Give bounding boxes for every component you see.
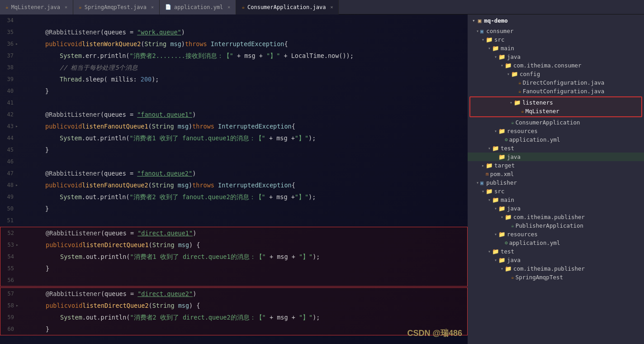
tree-item-listeners[interactable]: ▾ 📁 listeners (470, 98, 641, 107)
tree-item-label: java (507, 153, 521, 160)
editor-area[interactable]: 34 35 @RabbitListener(queues = "work.que… (0, 14, 468, 344)
table-row: 47 @RabbitListener(queues = "fanout.queu… (0, 167, 468, 179)
fold-icon[interactable]: ▸ (15, 179, 18, 191)
tree-item-label: test (501, 145, 514, 152)
chevron-down-icon: ▾ (487, 197, 492, 202)
fold-icon[interactable]: ▸ (16, 300, 19, 311)
line-content: } (28, 323, 467, 335)
tab-applicationyml[interactable]: 📄 application.yml ✕ (160, 0, 236, 14)
folder-icon: 📁 (511, 71, 518, 77)
fold-icon[interactable]: ▸ (16, 239, 19, 251)
tree-item-springamqptest[interactable]: ☕ SpringAmqpTest (468, 273, 644, 282)
chevron-down-icon: ▾ (487, 249, 492, 254)
tree-item-publisher-java[interactable]: ▾ 📁 java (468, 204, 644, 213)
tree-item-label: SpringAmqpTest (516, 274, 563, 281)
line-content: System.out.println("消费者1 收到了 direct.queu… (28, 251, 467, 263)
table-row: 54 System.out.println("消费者1 收到了 direct.q… (0, 251, 467, 263)
tree-item-label: publisher (486, 179, 517, 186)
tab-close-icon[interactable]: ✕ (227, 5, 230, 10)
table-row: 41 (0, 97, 468, 109)
tab-consumerapplication[interactable]: ☕ ConsumerApplication.java ✕ (236, 0, 339, 14)
tree-item-publisher-main[interactable]: ▾ 📁 main (468, 196, 644, 204)
chevron-down-icon: ▾ (480, 189, 486, 194)
line-gutter: 40 (0, 85, 27, 97)
table-row: 38 // 相当于每秒处理5个消息 (0, 62, 468, 73)
table-row: 52 @RabbitListener(queues = "direct.queu… (0, 227, 467, 239)
tree-item-config[interactable]: ▾ 📁 config (468, 70, 644, 78)
chevron-down-icon: ▾ (508, 100, 514, 105)
line-gutter: 43 ▸ (0, 120, 27, 132)
line-gutter: 36 ▸ (0, 38, 27, 50)
tree-item-label: listeners (522, 99, 553, 106)
java-file-icon: ☕ (518, 80, 521, 86)
tree-item-label: FanoutConfiguration.java (523, 88, 605, 95)
java-file-icon: ☕ (511, 119, 514, 125)
tree-item-publisher-src[interactable]: ▾ 📁 src (468, 187, 644, 196)
tree-item-publisher-test-package[interactable]: ▾ 📁 com.itheima.publisher (468, 264, 644, 273)
folder-icon: 📁 (498, 257, 506, 263)
tree-item-publisher-test-java[interactable]: ▾ 📁 java (468, 256, 644, 264)
table-row: 45 } (0, 144, 468, 156)
table-row: 43 ▸ public void listenFanoutQueue1(Stri… (0, 120, 468, 132)
fold-icon[interactable]: ▸ (15, 38, 18, 50)
tab-close-icon[interactable]: ✕ (330, 5, 333, 10)
tree-item-label: main (501, 45, 514, 52)
table-row: 44 System.out.println("消费者1 收到了 fanout.q… (0, 132, 468, 144)
tree-item-publisherapplication[interactable]: ☕ PublisherApplication (468, 221, 644, 230)
tree-item-main[interactable]: ▾ 📁 main (468, 44, 644, 53)
tree-item-publisher-resources[interactable]: ▾ 📁 resources (468, 230, 644, 239)
chevron-down-icon: ▾ (475, 180, 480, 185)
chevron-down-icon: ▾ (499, 63, 505, 68)
tree-item-java-test[interactable]: 📁 java (468, 153, 644, 161)
tree-item-package-consumer[interactable]: ▾ 📁 com.itheima.consumer (468, 61, 644, 70)
table-row: 49 System.out.println("消费者2 收到了 fanout.q… (0, 191, 468, 203)
line-gutter: 59 (0, 311, 28, 323)
tree-item-publisher[interactable]: ▾ ▣ publisher (468, 178, 644, 187)
tree-item-mqlistener[interactable]: ☕ MqListener (470, 107, 641, 115)
tree-item-label: MqListener (526, 108, 559, 115)
table-row: 51 (0, 215, 468, 226)
module-icon: ▣ (478, 17, 482, 24)
highlighted-block-lower: 57 @RabbitListener(queues = "direct.queu… (0, 287, 468, 335)
table-row: 53 ▸ public void listenDirectQueue1(Stri… (0, 239, 467, 251)
tree-item-consumer[interactable]: ▾ ▣ consumer (468, 27, 644, 35)
code-container: 34 35 @RabbitListener(queues = "work.que… (0, 14, 468, 344)
folder-icon: 📁 (492, 248, 499, 255)
yaml-file-icon: ⚙ (505, 137, 508, 143)
line-gutter: 52 (0, 227, 28, 239)
tree-item-label: config (520, 71, 540, 77)
tree-item-publisher-test[interactable]: ▾ 📁 test (468, 247, 644, 256)
tree-item-test-consumer[interactable]: ▾ 📁 test (468, 144, 644, 153)
expand-icon: ▾ (472, 18, 475, 24)
tab-close-icon[interactable]: ✕ (151, 5, 154, 10)
line-gutter: 55 (0, 263, 28, 274)
line-content: Thread.sleep( millis: 200); (27, 73, 468, 85)
tab-close-icon[interactable]: ✕ (65, 5, 67, 10)
tree-item-java[interactable]: ▾ 📁 java (468, 53, 644, 61)
chevron-down-icon: ▾ (493, 258, 498, 263)
tree-item-directconfig[interactable]: ☕ DirectConfiguration.java (468, 78, 644, 87)
line-content (27, 215, 468, 226)
tree-item-applicationyml-consumer[interactable]: ⚙ application.yml (468, 135, 644, 144)
tree-item-fanoutconfig[interactable]: ☕ FanoutConfiguration.java (468, 87, 644, 96)
tab-springamqptest[interactable]: ☕ SpringAmqpTest.java ✕ (73, 0, 160, 14)
line-content: @RabbitListener(queues = "work.queue") (27, 26, 468, 38)
tree-item-label: DirectConfiguration.java (523, 79, 605, 86)
fold-icon[interactable]: ▸ (15, 120, 18, 132)
tab-label: application.yml (174, 4, 223, 10)
tree-item-label: java (507, 205, 521, 212)
table-row: 40 } (0, 85, 468, 97)
tab-mqlistener[interactable]: ☕ MqListener.java ✕ (0, 0, 73, 14)
table-row: 59 System.out.println("消费者2 收到了 direct.q… (0, 311, 467, 323)
tree-item-src[interactable]: ▾ 📁 src (468, 35, 644, 44)
tree-root-label: mq-demo (484, 17, 508, 24)
tree-item-label: src (494, 36, 505, 43)
tree-item-target[interactable]: ▸ 📁 target (468, 161, 644, 170)
tree-item-consumerapplication[interactable]: ☕ ConsumerApplication (468, 118, 644, 127)
line-content: public void listenFanoutQueue1(String ms… (27, 120, 468, 132)
tree-item-publisher-applicationyml[interactable]: ⚙ application.yml (468, 239, 644, 247)
tree-item-publisher-package[interactable]: ▾ 📁 com.itheima.publisher (468, 213, 644, 221)
tree-item-resources[interactable]: ▾ 📁 resources (468, 127, 644, 135)
tree-item-pomxml[interactable]: m pom.xml (468, 170, 644, 178)
line-gutter: 54 (0, 251, 28, 263)
